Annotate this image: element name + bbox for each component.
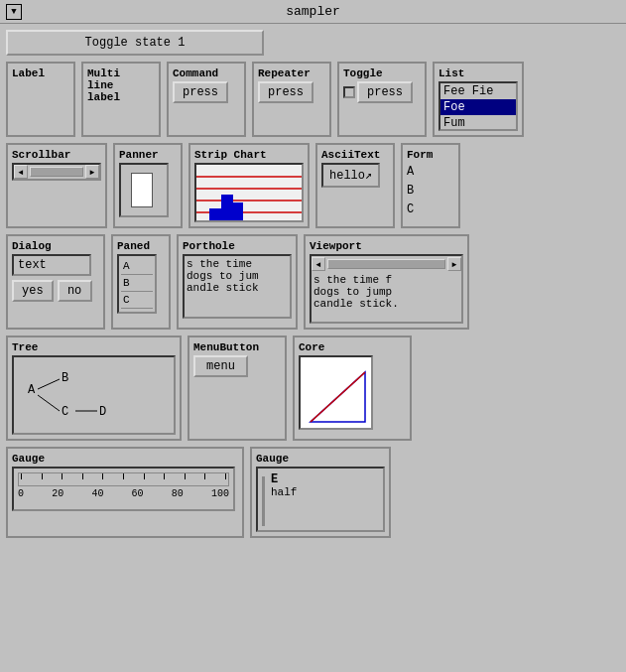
- repeater-press-button[interactable]: press: [258, 81, 313, 103]
- paned-widget: Paned A B C: [111, 234, 171, 330]
- multiline-title: Multi line label: [87, 67, 120, 103]
- gauge2-e-label: E: [271, 472, 297, 486]
- gauge1-track: [18, 472, 229, 486]
- gauge-tick-3: [82, 473, 83, 479]
- scrollbar-widget: Scrollbar ◄ ►: [6, 143, 107, 228]
- core-widget: Core: [293, 336, 412, 441]
- form-item-c: C: [407, 201, 414, 219]
- gauge-tick-1: [42, 473, 43, 479]
- toggle-state-button[interactable]: Toggle state 1: [6, 30, 264, 56]
- form-title: Form: [407, 149, 433, 161]
- tree-line-ac: [38, 395, 60, 411]
- gauge2-widget: Gauge E half: [250, 447, 391, 538]
- tree-box: A B C D: [12, 355, 176, 435]
- porthole-widget: Porthole s the time dogs to jum andle st…: [177, 234, 298, 330]
- gauge1-title: Gauge: [12, 453, 45, 465]
- paned-item-b: B: [121, 275, 153, 292]
- repeater-widget: Repeater press: [252, 62, 331, 137]
- svg-rect-5: [233, 202, 243, 222]
- gauge2-box: E half: [256, 467, 385, 532]
- menubutton-title: MenuButton: [193, 341, 259, 353]
- window-title: sampler: [286, 4, 340, 19]
- dialog-widget: Dialog yes no: [6, 234, 105, 330]
- dialog-no-button[interactable]: no: [58, 280, 92, 302]
- command-press-button[interactable]: press: [173, 81, 228, 103]
- porthole-box[interactable]: s the time dogs to jum andle stick: [183, 254, 292, 319]
- gauge-label-100: 100: [211, 488, 229, 499]
- stripchart-svg: [196, 165, 304, 222]
- gauge-label-60: 60: [132, 488, 144, 499]
- list-item-2[interactable]: Fum: [440, 115, 516, 131]
- tree-title: Tree: [12, 341, 38, 353]
- list-widget: List Fee Fie Foe Fum: [433, 62, 524, 137]
- gauge2-half-label: half: [271, 486, 297, 498]
- toggle-widget: Toggle press: [337, 62, 427, 137]
- list-item-1[interactable]: Foe: [440, 99, 516, 115]
- row1: Label Multi line label Command press Rep…: [6, 62, 620, 137]
- viewport-right-arrow[interactable]: ►: [447, 257, 461, 271]
- scrollbar-left-arrow[interactable]: ◄: [14, 165, 28, 179]
- scrollbar-right-arrow[interactable]: ►: [85, 165, 99, 179]
- panner-widget: Panner: [113, 143, 183, 228]
- gauge-tick-9: [204, 473, 205, 479]
- paned-box: A B C: [117, 254, 157, 314]
- asciitext-box: hello↗: [321, 163, 380, 188]
- dialog-yes-button[interactable]: yes: [12, 280, 54, 302]
- gauge-label-40: 40: [91, 488, 103, 499]
- paned-item-c: C: [121, 292, 153, 309]
- form-item-b: B: [407, 182, 414, 201]
- gauge-tick-7: [164, 473, 165, 479]
- form-items: A B C: [407, 163, 414, 220]
- gauge-tick-2: [62, 473, 63, 479]
- gauge-tick-10: [225, 473, 226, 479]
- asciitext-title: AsciiText: [321, 149, 380, 161]
- svg-rect-6: [209, 208, 221, 222]
- gauge-tick-5: [123, 473, 124, 479]
- porthole-title: Porthole: [183, 240, 235, 252]
- dialog-text-input[interactable]: [12, 254, 91, 276]
- toggle-checkbox[interactable]: [343, 86, 355, 98]
- repeater-title: Repeater: [258, 67, 311, 79]
- gauge1-scale: 0 20 40 60 80 100: [18, 488, 229, 499]
- scrollbar-thumb[interactable]: [30, 167, 83, 177]
- title-bar: ▼ sampler: [0, 0, 626, 24]
- row5: Gauge: [6, 447, 620, 538]
- menubutton-widget: MenuButton menu: [188, 336, 287, 441]
- panner-inner: [131, 173, 153, 207]
- dialog-buttons: yes no: [12, 280, 92, 302]
- gauge-label-80: 80: [172, 488, 184, 499]
- main-container: Toggle state 1 Label Multi line label Co…: [0, 24, 626, 544]
- form-item-a: A: [407, 163, 414, 182]
- core-title: Core: [299, 341, 324, 353]
- core-box: [299, 355, 373, 430]
- row4: Tree A B C D MenuButton menu Core: [6, 336, 620, 441]
- gauge-label-20: 20: [52, 488, 63, 499]
- row3: Dialog yes no Paned A B C Porthole s the…: [6, 234, 620, 330]
- tree-node-a: A: [28, 383, 36, 397]
- gauge2-bar: [262, 476, 265, 526]
- row2: Scrollbar ◄ ► Panner Strip Chart: [6, 143, 620, 228]
- viewport-left-arrow[interactable]: ◄: [312, 257, 325, 271]
- title-arrow-icon[interactable]: ▼: [6, 4, 22, 20]
- core-diagonal-red: [311, 372, 365, 422]
- viewport-content: s the time f dogs to jump candle stick.: [312, 272, 461, 322]
- asciitext-widget: AsciiText hello↗: [315, 143, 395, 228]
- toggle-state-section: Toggle state 1: [6, 30, 620, 56]
- tree-line-ab: [38, 379, 60, 389]
- core-svg: [301, 357, 375, 432]
- list-item-0[interactable]: Fee Fie: [440, 83, 516, 99]
- tree-node-c: C: [62, 405, 68, 419]
- viewport-thumb[interactable]: [327, 259, 445, 269]
- gauge-tick-4: [102, 473, 103, 479]
- toggle-press-button[interactable]: press: [357, 81, 413, 103]
- form-widget: Form A B C: [401, 143, 460, 228]
- list-box[interactable]: Fee Fie Foe Fum: [438, 81, 518, 131]
- viewport-outer[interactable]: ◄ ► s the time f dogs to jump candle sti…: [310, 254, 463, 324]
- menubutton-button[interactable]: menu: [193, 355, 248, 377]
- viewport-text: s the time f dogs to jump candle stick.: [313, 274, 459, 310]
- porthole-text: s the time dogs to jum andle stick: [187, 258, 288, 294]
- gauge1-ticks: [19, 473, 228, 479]
- tree-node-d: D: [99, 405, 106, 419]
- command-widget: Command press: [167, 62, 246, 137]
- panner-box[interactable]: [119, 163, 169, 217]
